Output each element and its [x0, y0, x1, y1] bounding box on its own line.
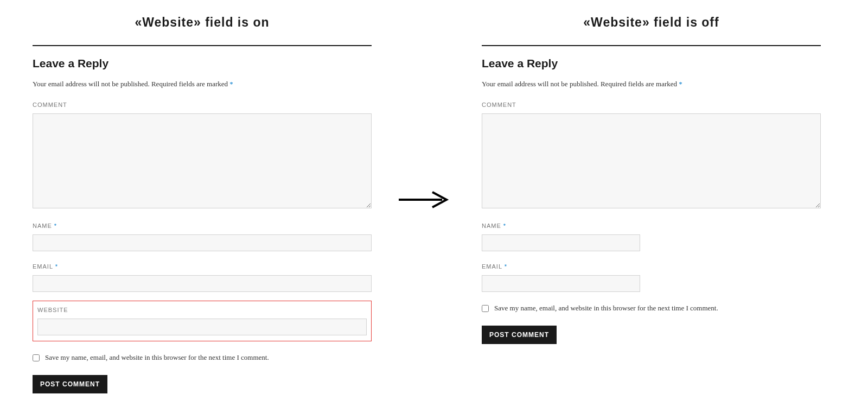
name-label-text: NAME	[33, 222, 52, 229]
name-input[interactable]	[482, 234, 640, 251]
consent-checkbox[interactable]	[33, 354, 40, 361]
email-input[interactable]	[482, 275, 640, 292]
email-label-text: EMAIL	[482, 263, 502, 270]
arrow-icon	[399, 189, 450, 211]
name-label: NAME *	[33, 222, 372, 229]
notice-b: Required fields are marked	[601, 80, 677, 88]
required-asterisk: *	[679, 80, 682, 88]
title-suffix: » field is on	[194, 15, 270, 29]
consent-row: Save my name, email, and website in this…	[33, 353, 372, 362]
panel-website-on: «Website» field is on Leave a Reply Your…	[33, 15, 372, 393]
reply-heading: Leave a Reply	[33, 57, 372, 70]
name-label: NAME *	[482, 222, 821, 229]
website-field-highlight: WEBSITE	[33, 301, 372, 341]
email-label-text: EMAIL	[33, 263, 53, 270]
required-asterisk: *	[505, 263, 507, 270]
email-privacy-notice: Your email address will not be published…	[482, 80, 821, 88]
name-field-block: NAME *	[33, 222, 372, 251]
panel-on-title: «Website» field is on	[33, 15, 372, 30]
email-field-block: EMAIL *	[33, 263, 372, 292]
email-label: EMAIL *	[33, 263, 372, 270]
name-field-block: NAME *	[482, 222, 821, 251]
title-prefix: «	[135, 15, 142, 29]
notice-a: Your email address will not be published…	[33, 80, 150, 88]
comment-field-block: COMMENT	[33, 101, 372, 211]
divider	[33, 45, 372, 46]
name-input[interactable]	[33, 234, 372, 251]
post-comment-button[interactable]: POST COMMENT	[482, 326, 557, 344]
post-comment-button[interactable]: POST COMMENT	[33, 375, 107, 393]
panel-off-title: «Website» field is off	[482, 15, 821, 30]
website-label: WEBSITE	[37, 307, 367, 313]
website-input[interactable]	[37, 319, 367, 335]
email-privacy-notice: Your email address will not be published…	[33, 80, 372, 88]
comment-textarea[interactable]	[33, 113, 372, 208]
consent-text: Save my name, email, and website in this…	[45, 353, 269, 362]
title-suffix: » field is off	[642, 15, 719, 29]
comment-field-block: COMMENT	[482, 101, 821, 211]
reply-heading: Leave a Reply	[482, 57, 821, 70]
notice-a: Your email address will not be published…	[482, 80, 599, 88]
name-label-text: NAME	[482, 222, 501, 229]
consent-row: Save my name, email, and website in this…	[482, 304, 821, 313]
notice-b: Required fields are marked	[151, 80, 228, 88]
title-prefix: «	[583, 15, 591, 29]
comment-textarea[interactable]	[482, 113, 821, 208]
title-word: Website	[142, 15, 194, 29]
email-label: EMAIL *	[482, 263, 821, 270]
required-asterisk: *	[503, 222, 506, 229]
comment-label: COMMENT	[33, 101, 372, 108]
divider	[482, 45, 821, 46]
title-word: Website	[591, 15, 642, 29]
consent-text: Save my name, email, and website in this…	[494, 304, 718, 313]
panel-website-off: «Website» field is off Leave a Reply You…	[482, 15, 821, 344]
email-input[interactable]	[33, 275, 372, 292]
required-asterisk: *	[54, 222, 57, 229]
required-asterisk: *	[55, 263, 58, 270]
email-field-block: EMAIL *	[482, 263, 821, 292]
required-asterisk: *	[229, 80, 233, 88]
comment-label: COMMENT	[482, 101, 821, 108]
consent-checkbox[interactable]	[482, 305, 489, 312]
